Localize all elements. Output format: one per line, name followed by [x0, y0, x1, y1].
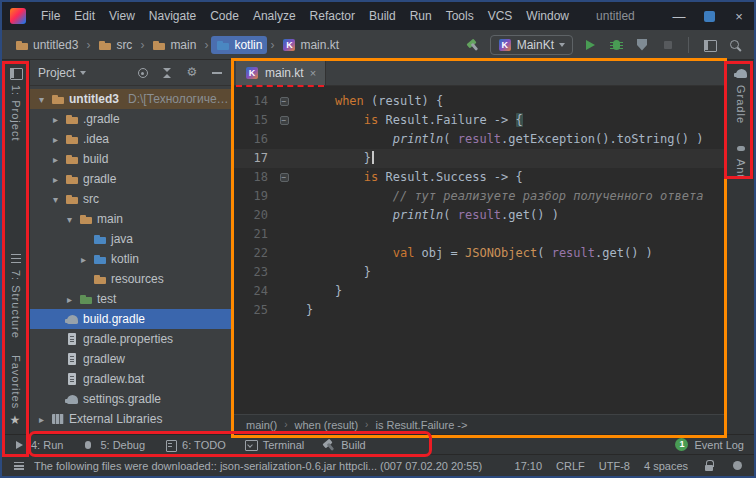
- editor-breadcrumb-is-result.failure[interactable]: is Result.Failure ->: [375, 419, 467, 431]
- line-number[interactable]: 19: [234, 187, 276, 206]
- tree-item-gradlew.bat[interactable]: gradlew.bat: [30, 369, 233, 389]
- build-button[interactable]: [462, 34, 484, 56]
- tree-item-java[interactable]: java: [30, 229, 233, 249]
- line-number[interactable]: 16: [234, 130, 276, 149]
- tool-button-5-debug[interactable]: 5: Debug: [81, 438, 145, 452]
- fold-icon[interactable]: −: [280, 97, 289, 106]
- fold-icon[interactable]: −: [280, 116, 289, 125]
- tree-arrow-icon[interactable]: ▸: [50, 174, 61, 185]
- menu-refactor[interactable]: Refactor: [303, 7, 362, 25]
- layout-button[interactable]: [698, 34, 720, 56]
- code-line-14[interactable]: 14− when (result) {: [234, 92, 726, 111]
- menu-view[interactable]: View: [102, 7, 142, 25]
- tool-button-6-todo[interactable]: 6: TODO: [163, 438, 226, 452]
- editor-tab-main-kt[interactable]: main.kt ×: [236, 60, 326, 85]
- line-number[interactable]: 23: [234, 263, 276, 282]
- project-panel-title[interactable]: Project: [38, 66, 75, 80]
- run-button[interactable]: [579, 34, 601, 56]
- line-number[interactable]: 20: [234, 206, 276, 225]
- tool-button-7-structure[interactable]: 7: Structure: [9, 251, 23, 339]
- run-configuration-select[interactable]: MainKt: [490, 35, 573, 55]
- cursor-position-widget[interactable]: 17:10: [515, 460, 543, 472]
- maximize-button[interactable]: [694, 2, 724, 30]
- code-line-18[interactable]: 18− is Result.Success -> {: [234, 168, 726, 187]
- breadcrumb-main[interactable]: main: [147, 36, 201, 54]
- tree-item-kotlin[interactable]: ▸kotlin: [30, 249, 233, 269]
- indent-widget[interactable]: 4 spaces: [644, 460, 688, 472]
- tree-item-untitled3[interactable]: ▾untitled3D:\[Технологический...: [30, 89, 233, 109]
- tree-arrow-icon[interactable]: ▸: [50, 114, 61, 125]
- tool-button-gradle[interactable]: Gradle: [734, 66, 748, 124]
- menu-run[interactable]: Run: [403, 7, 439, 25]
- code-line-19[interactable]: 19 // тут реализуете разбор полученного …: [234, 187, 726, 206]
- line-separator-widget[interactable]: CRLF: [556, 460, 585, 472]
- line-number[interactable]: 22: [234, 244, 276, 263]
- fold-icon[interactable]: −: [280, 173, 289, 182]
- code-line-20[interactable]: 20 println( result.get() ): [234, 206, 726, 225]
- line-number[interactable]: 15: [234, 111, 276, 130]
- line-number[interactable]: 25: [234, 301, 276, 320]
- inspections-icon[interactable]: [730, 459, 744, 473]
- lock-icon[interactable]: [702, 459, 716, 473]
- menu-navigate[interactable]: Navigate: [142, 7, 203, 25]
- tree-item-external-libraries[interactable]: ▸External Libraries: [30, 409, 233, 429]
- tree-item-.gradle[interactable]: ▸.gradle: [30, 109, 233, 129]
- close-button[interactable]: ×: [724, 2, 754, 30]
- breadcrumb-main.kt[interactable]: main.kt: [277, 36, 344, 54]
- collapse-all-button[interactable]: [159, 65, 175, 81]
- tree-item-test[interactable]: ▸test: [30, 289, 233, 309]
- breadcrumb-untitled3[interactable]: untitled3: [10, 36, 83, 54]
- menu-edit[interactable]: Edit: [67, 7, 102, 25]
- tree-item-build[interactable]: ▸build: [30, 149, 233, 169]
- tree-arrow-icon[interactable]: ▾: [64, 214, 75, 225]
- tree-item-.idea[interactable]: ▸.idea: [30, 129, 233, 149]
- menu-code[interactable]: Code: [203, 7, 246, 25]
- settings-gear-button[interactable]: [184, 65, 200, 81]
- menu-file[interactable]: File: [34, 7, 67, 25]
- code-line-16[interactable]: 16 println( result.getException().toStri…: [234, 130, 726, 149]
- tree-item-build.gradle[interactable]: build.gradle: [30, 309, 233, 329]
- event-log-button[interactable]: 1 Event Log: [675, 438, 744, 451]
- tree-arrow-icon[interactable]: ▸: [50, 154, 61, 165]
- locate-button[interactable]: [134, 65, 150, 81]
- tree-arrow-icon[interactable]: ▸: [64, 294, 75, 305]
- line-number[interactable]: 14: [234, 92, 276, 111]
- code-line-25[interactable]: 25}: [234, 301, 726, 320]
- tool-button-4-run[interactable]: 4: Run: [12, 438, 63, 452]
- menu-analyze[interactable]: Analyze: [246, 7, 303, 25]
- tree-arrow-icon[interactable]: ▾: [50, 194, 61, 205]
- encoding-widget[interactable]: UTF-8: [599, 460, 630, 472]
- code-line-22[interactable]: 22 val obj = JSONObject( result.get() ): [234, 244, 726, 263]
- tree-item-gradle[interactable]: ▸gradle: [30, 169, 233, 189]
- stop-button[interactable]: [657, 34, 679, 56]
- tool-window-switcher-icon[interactable]: [12, 459, 26, 473]
- tool-button-favorites[interactable]: Favorites: [9, 355, 23, 428]
- debug-button[interactable]: [605, 34, 627, 56]
- tool-button-build[interactable]: Build: [322, 438, 365, 452]
- line-number[interactable]: 21: [234, 225, 276, 244]
- search-button[interactable]: [724, 34, 746, 56]
- menu-build[interactable]: Build: [362, 7, 403, 25]
- tool-button-terminal[interactable]: Terminal: [244, 438, 305, 452]
- coverage-button[interactable]: [631, 34, 653, 56]
- tree-item-src[interactable]: ▾src: [30, 189, 233, 209]
- code-line-15[interactable]: 15− is Result.Failure -> {: [234, 111, 726, 130]
- hide-button[interactable]: [209, 65, 225, 81]
- code-line-23[interactable]: 23 }: [234, 263, 726, 282]
- breadcrumb-src[interactable]: src: [93, 36, 137, 54]
- code-line-24[interactable]: 24 }: [234, 282, 726, 301]
- tool-button-ant[interactable]: Ant: [734, 140, 748, 179]
- line-number[interactable]: 18: [234, 168, 276, 187]
- tree-item-main[interactable]: ▾main: [30, 209, 233, 229]
- code-area[interactable]: 14− when (result) {15− is Result.Failure…: [234, 86, 726, 414]
- menu-window[interactable]: Window: [519, 7, 576, 25]
- line-number[interactable]: 17: [234, 149, 276, 168]
- line-number[interactable]: 24: [234, 282, 276, 301]
- tree-arrow-icon[interactable]: ▾: [36, 94, 47, 105]
- tree-arrow-icon[interactable]: ▸: [50, 134, 61, 145]
- tree-item-gradlew[interactable]: gradlew: [30, 349, 233, 369]
- tree-item-gradle.properties[interactable]: gradle.properties: [30, 329, 233, 349]
- menu-tools[interactable]: Tools: [439, 7, 481, 25]
- minimize-button[interactable]: —: [664, 2, 694, 30]
- code-line-17[interactable]: 17 }: [234, 149, 726, 168]
